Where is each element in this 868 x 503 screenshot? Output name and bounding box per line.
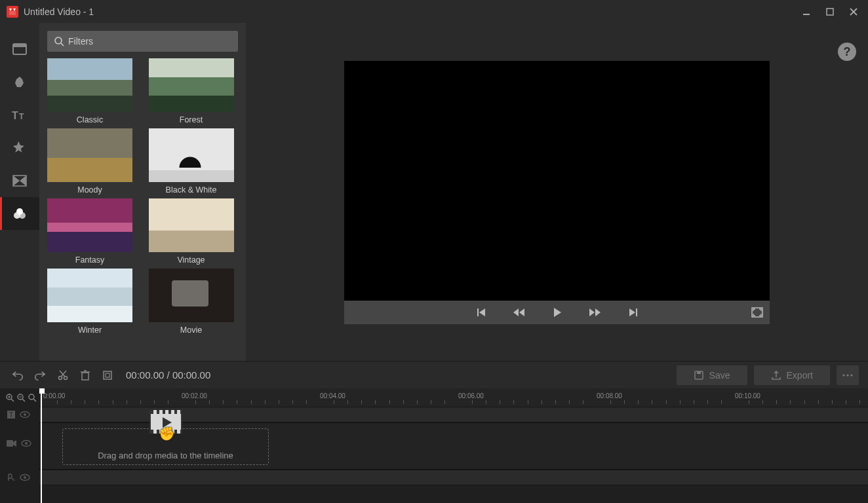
hand-cursor-icon: ✊ (159, 426, 175, 441)
text-track-visibility[interactable] (20, 411, 30, 419)
svg-line-48 (22, 399, 25, 401)
ruler-label: 00:10.00 (735, 392, 760, 400)
filter-thumb (47, 198, 132, 252)
filter-thumb (47, 58, 132, 112)
svg-marker-23 (554, 308, 561, 317)
filter-label: Winter (47, 326, 132, 335)
svg-rect-4 (827, 9, 833, 15)
filter-item-classic[interactable]: Classic (47, 58, 132, 124)
svg-marker-22 (519, 308, 524, 316)
delete-button[interactable] (76, 366, 94, 384)
help-button[interactable]: ? (838, 43, 856, 61)
preview-controls (344, 301, 770, 324)
filter-item-winter[interactable]: Winter (47, 269, 132, 335)
svg-point-40 (842, 374, 844, 376)
svg-point-62 (24, 476, 26, 479)
maximize-button[interactable] (822, 4, 838, 20)
zoom-in-button[interactable] (5, 393, 14, 402)
svg-marker-57 (13, 440, 16, 447)
skip-end-button[interactable] (628, 307, 639, 318)
filter-item-fantasy[interactable]: Fantasy (47, 198, 132, 265)
title-bar: Untitled Video - 1 (0, 0, 868, 23)
svg-point-17 (55, 37, 62, 44)
rail-color[interactable] (0, 197, 39, 230)
timeline-toolbar: 00:00.00 / 00:00.00 Save Export (0, 361, 868, 388)
svg-rect-2 (9, 11, 16, 15)
rail-transition[interactable] (0, 164, 39, 197)
playhead[interactable] (41, 388, 42, 503)
preview-canvas (344, 61, 770, 301)
filter-thumb (149, 269, 234, 322)
filter-thumb (149, 198, 234, 252)
minimize-button[interactable] (799, 4, 814, 20)
zoom-out-button[interactable] (16, 393, 26, 402)
svg-point-50 (29, 394, 34, 400)
filter-thumb (47, 128, 132, 182)
svg-point-16 (19, 212, 26, 219)
svg-marker-13 (20, 176, 26, 186)
undo-button[interactable] (9, 366, 28, 384)
svg-line-60 (12, 478, 14, 481)
svg-point-42 (850, 374, 852, 376)
svg-rect-8 (13, 44, 26, 47)
filter-thumb (149, 58, 234, 112)
ruler-label: 00:04.00 (320, 392, 345, 400)
search-box[interactable] (47, 31, 238, 52)
audio-track[interactable] (39, 470, 868, 485)
zoom-fit-button[interactable] (28, 393, 37, 402)
skip-start-button[interactable] (476, 307, 486, 318)
window-title: Untitled Video - 1 (24, 7, 94, 17)
close-button[interactable] (846, 4, 861, 20)
cut-button[interactable] (54, 366, 72, 384)
svg-marker-26 (629, 308, 635, 316)
rewind-button[interactable] (513, 307, 526, 318)
svg-marker-25 (595, 308, 601, 316)
audio-track-icon (7, 473, 16, 482)
filter-item-movie[interactable]: Movie (149, 269, 234, 335)
playhead-time: 00:00.00 / 00:00.00 (126, 369, 210, 381)
crop-button[interactable] (98, 366, 117, 384)
video-track-visibility[interactable] (21, 439, 31, 447)
rail-text[interactable]: TT (0, 99, 39, 132)
svg-marker-21 (513, 308, 519, 316)
filters-panel: ClassicForestMoodyBlack & WhiteFantasyVi… (39, 23, 246, 361)
svg-line-51 (33, 399, 36, 401)
filter-thumb (47, 269, 132, 322)
rail-media[interactable] (0, 33, 39, 66)
app-icon (7, 6, 18, 18)
svg-marker-1 (13, 9, 16, 11)
fullscreen-button[interactable] (751, 301, 763, 324)
time-ruler[interactable]: 0:00.0000:02.0000:04.0000:06.0000:08.000… (39, 388, 868, 407)
svg-text:T: T (19, 112, 24, 121)
video-track[interactable]: Drag and drop media to the timeline ✊ (39, 422, 868, 470)
filter-item-forest[interactable]: Forest (149, 58, 234, 124)
ruler-label: 00:08.00 (597, 392, 622, 400)
redo-button[interactable] (31, 366, 50, 384)
search-input[interactable] (68, 36, 231, 47)
filter-label: Movie (149, 326, 234, 335)
audio-track-visibility[interactable] (20, 474, 30, 481)
filter-label: Vintage (149, 255, 234, 265)
svg-marker-20 (479, 308, 485, 316)
export-label: Export (787, 370, 813, 381)
text-track-icon: T (7, 410, 16, 419)
svg-rect-27 (636, 308, 637, 316)
rail-effects[interactable] (0, 132, 39, 164)
filter-label: Forest (149, 115, 234, 124)
filter-item-black-&-white[interactable]: Black & White (149, 128, 234, 195)
export-button[interactable]: Export (754, 365, 830, 385)
svg-marker-12 (13, 176, 20, 186)
ruler-label: 0:00.00 (43, 392, 65, 400)
more-button[interactable] (837, 365, 859, 385)
svg-marker-24 (589, 308, 595, 316)
fast-forward-button[interactable] (589, 307, 602, 318)
filter-label: Black & White (149, 185, 234, 195)
filter-item-moody[interactable]: Moody (47, 128, 132, 195)
svg-rect-56 (7, 440, 13, 447)
svg-point-41 (846, 374, 848, 376)
filter-thumb (149, 128, 234, 182)
rail-shape[interactable] (0, 66, 39, 99)
play-button[interactable] (552, 307, 562, 318)
filter-item-vintage[interactable]: Vintage (149, 198, 234, 265)
save-button[interactable]: Save (677, 365, 747, 385)
